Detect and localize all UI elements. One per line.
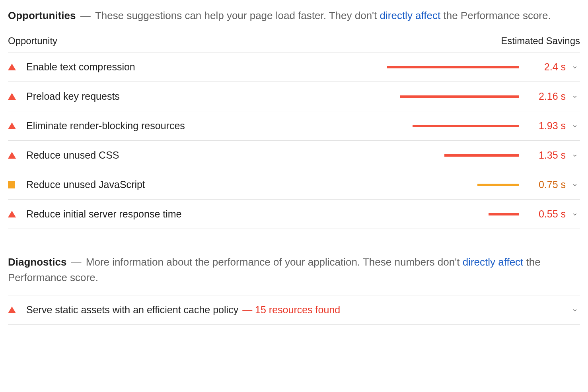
- opportunities-header: Opportunities — These suggestions can he…: [8, 8, 580, 23]
- savings-bar: [376, 184, 519, 186]
- opportunities-columns: Opportunity Estimated Savings: [8, 33, 580, 52]
- diagnostics-header: Diagnostics — More information about the…: [8, 254, 580, 285]
- triangle-icon: [8, 152, 19, 159]
- savings-value: 0.55 s: [528, 208, 566, 220]
- chevron-down-icon: [571, 64, 578, 71]
- expand-toggle[interactable]: [570, 152, 580, 159]
- opportunity-row[interactable]: Reduce unused CSS1.35 s: [8, 141, 580, 170]
- diagnostics-list: Serve static assets with an efficient ca…: [8, 295, 580, 325]
- diagnostic-detail: — 15 resources found: [242, 304, 340, 316]
- chevron-down-icon: [571, 122, 578, 130]
- triangle-icon: [8, 64, 19, 70]
- chevron-down-icon: [571, 152, 578, 159]
- savings-value: 2.4 s: [528, 61, 566, 73]
- chevron-down-icon: [571, 181, 578, 188]
- chevron-down-icon: [571, 211, 578, 218]
- opportunities-title: Opportunities: [8, 10, 76, 21]
- opportunity-title: Eliminate render-blocking resources: [26, 120, 185, 132]
- directly-affect-link[interactable]: directly affect: [463, 256, 524, 268]
- opportunity-title: Reduce unused JavaScript: [26, 179, 145, 190]
- diagnostics-title: Diagnostics: [8, 256, 66, 268]
- col-opportunity: Opportunity: [8, 35, 57, 47]
- square-icon: [8, 181, 19, 188]
- opportunities-desc-prefix: These suggestions can help your page loa…: [95, 10, 380, 21]
- opportunity-row[interactable]: Reduce initial server response time0.55 …: [8, 200, 580, 229]
- triangle-icon: [8, 307, 19, 313]
- savings-value: 1.35 s: [528, 149, 566, 161]
- savings-bar: [376, 66, 519, 68]
- expand-toggle[interactable]: [570, 93, 580, 100]
- opportunities-desc-suffix: the Performance score.: [440, 10, 551, 21]
- opportunity-title: Enable text compression: [26, 61, 135, 73]
- diagnostics-desc-prefix: More information about the performance o…: [86, 256, 463, 268]
- expand-toggle[interactable]: [570, 122, 580, 130]
- expand-toggle[interactable]: [570, 64, 580, 71]
- savings-value: 2.16 s: [528, 91, 566, 102]
- diagnostic-title: Serve static assets with an efficient ca…: [26, 304, 238, 316]
- triangle-icon: [8, 211, 19, 217]
- savings-bar: [376, 125, 519, 127]
- opportunity-row[interactable]: Eliminate render-blocking resources1.93 …: [8, 111, 580, 141]
- chevron-down-icon: [571, 93, 578, 100]
- opportunity-title: Reduce initial server response time: [26, 208, 181, 220]
- savings-bar: [376, 154, 519, 157]
- expand-toggle[interactable]: [570, 307, 580, 314]
- expand-toggle[interactable]: [570, 181, 580, 188]
- opportunity-row[interactable]: Enable text compression2.4 s: [8, 52, 580, 82]
- opportunities-list: Enable text compression2.4 sPreload key …: [8, 52, 580, 229]
- diagnostic-row[interactable]: Serve static assets with an efficient ca…: [8, 295, 580, 325]
- opportunity-title: Reduce unused CSS: [26, 149, 119, 161]
- opportunity-row[interactable]: Reduce unused JavaScript0.75 s: [8, 170, 580, 200]
- col-savings: Estimated Savings: [501, 35, 580, 47]
- savings-value: 1.93 s: [528, 120, 566, 132]
- savings-value: 0.75 s: [528, 179, 566, 190]
- expand-toggle[interactable]: [570, 211, 580, 218]
- chevron-down-icon: [571, 307, 578, 314]
- dash: —: [71, 256, 84, 268]
- dash: —: [80, 10, 93, 21]
- savings-bar: [376, 213, 519, 215]
- directly-affect-link[interactable]: directly affect: [380, 10, 441, 21]
- savings-bar: [376, 95, 519, 98]
- opportunity-title: Preload key requests: [26, 91, 120, 102]
- triangle-icon: [8, 93, 19, 100]
- triangle-icon: [8, 122, 19, 129]
- opportunity-row[interactable]: Preload key requests2.16 s: [8, 82, 580, 111]
